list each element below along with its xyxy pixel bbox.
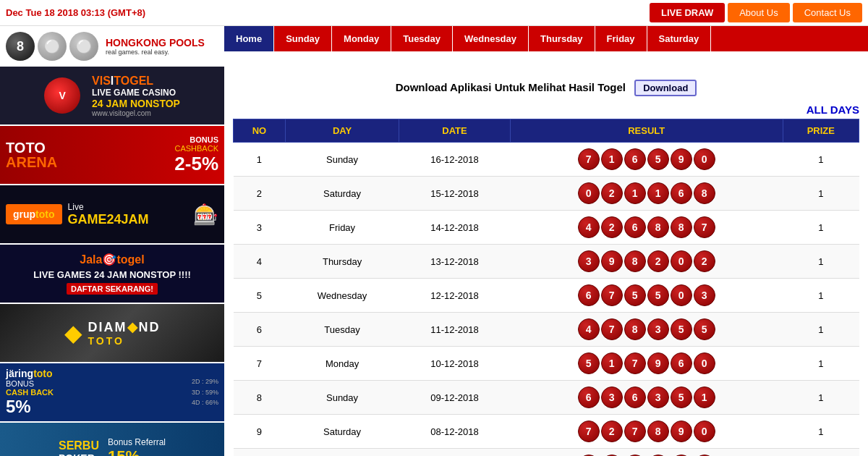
banner-totoarena[interactable]: TOTOARENA BONUS CASHBACK 2-5% <box>0 126 224 184</box>
brand-tagline: real games. real easy. <box>106 48 205 56</box>
result-ball: 8 <box>624 250 646 272</box>
totoarena-percent: 2-5% <box>174 153 218 175</box>
jaringtoto-4d: 4D : 66% <box>192 397 218 408</box>
serbupoker-type: POKER <box>59 452 99 456</box>
diamond-brand: DIAM◆ND <box>88 319 161 335</box>
gruptoto-hours: GAME24JAM <box>68 212 149 227</box>
result-ball: 4 <box>578 216 600 238</box>
cell-no: 10 <box>234 449 286 457</box>
result-ball: 2 <box>647 250 669 272</box>
tab-saturday[interactable]: Saturday <box>647 26 712 51</box>
download-button[interactable]: Download <box>634 80 697 96</box>
tab-wednesday[interactable]: Wednesday <box>453 26 529 51</box>
cell-result: 042013 <box>510 449 783 457</box>
result-ball: 6 <box>624 148 646 170</box>
cell-day: Saturday <box>285 177 399 211</box>
result-ball: 9 <box>671 148 692 170</box>
result-ball: 6 <box>624 387 646 408</box>
jaringtoto-3d: 3D : 59% <box>192 387 218 397</box>
result-ball: 0 <box>694 148 715 170</box>
result-ball: 2 <box>694 250 715 272</box>
result-ball: 1 <box>647 182 669 204</box>
visitogel-brand: VISITOGEL <box>92 75 180 88</box>
serbupoker-text: SERBU POKER <box>59 439 99 456</box>
cell-date: 12-12-2018 <box>399 279 511 313</box>
tab-monday[interactable]: Monday <box>332 26 391 51</box>
table-row: 8Sunday09-12-20186363511 <box>234 381 859 415</box>
right-section: Home Sunday Monday Tuesday Wednesday Thu… <box>224 26 868 67</box>
totoarena-brand: TOTOARENA <box>6 140 57 169</box>
cell-date: 15-12-2018 <box>399 177 511 211</box>
contact-us-button[interactable]: Contact Us <box>793 3 862 22</box>
top-buttons: LIVE DRAW About Us Contact Us <box>650 3 862 22</box>
ball-silver2: ⚪ <box>69 32 98 61</box>
cell-prize: 1 <box>783 381 859 415</box>
tab-tuesday[interactable]: Tuesday <box>391 26 453 51</box>
banner-visitogel[interactable]: V VISITOGEL LIVE GAME CASINO 24 JAM NONS… <box>0 67 224 124</box>
table-row: 7Monday10-12-20185179601 <box>234 347 859 381</box>
cell-prize: 1 <box>783 177 859 211</box>
tab-thursday[interactable]: Thursday <box>529 26 595 51</box>
table-row: 3Friday14-12-20184268871 <box>234 211 859 245</box>
col-day: DAY <box>285 119 399 143</box>
result-ball: 0 <box>694 421 715 442</box>
diamond-icon: ◆ <box>64 319 82 347</box>
cell-prize: 1 <box>783 245 859 279</box>
result-ball: 3 <box>601 387 623 408</box>
table-header: NO DAY DATE RESULT PRIZE <box>234 119 859 143</box>
cell-no: 2 <box>234 177 286 211</box>
result-ball: 2 <box>601 216 623 238</box>
result-ball: 5 <box>671 387 692 408</box>
result-ball: 6 <box>671 182 692 204</box>
visitogel-text: VISITOGEL LIVE GAME CASINO 24 JAM NONSTO… <box>92 75 180 117</box>
col-result: RESULT <box>510 119 783 143</box>
live-draw-button[interactable]: LIVE DRAW <box>650 3 725 22</box>
tab-friday[interactable]: Friday <box>595 26 647 51</box>
result-ball: 7 <box>601 284 623 306</box>
visitogel-line2: 24 JAM NONSTOP <box>92 98 180 109</box>
cell-date: 11-12-2018 <box>399 313 511 347</box>
table-row: 5Wednesday12-12-20186755031 <box>234 279 859 313</box>
table-row: 6Tuesday11-12-20184783551 <box>234 313 859 347</box>
tab-sunday[interactable]: Sunday <box>274 26 332 51</box>
result-ball: 5 <box>694 318 715 340</box>
gruptoto-text: Live GAME24JAM <box>68 202 149 227</box>
result-ball: 0 <box>578 182 600 204</box>
totoarena-cashback-label: CASHBACK <box>174 144 218 153</box>
serbupoker-bonus: Bonus Referral 15% <box>108 437 166 456</box>
banner-diamond[interactable]: ◆ DIAM◆ND TOTO <box>0 304 224 362</box>
banner-serbupoker[interactable]: SERBU POKER Bonus Referral 15% <box>0 423 224 456</box>
jalatogel-brand: Jala🎯togel <box>80 253 144 266</box>
jaringtoto-text: järingtoto BONUS CASH BACK 5% <box>6 368 54 417</box>
result-ball: 2 <box>601 421 623 442</box>
tab-home[interactable]: Home <box>224 26 274 51</box>
table-header-row: NO DAY DATE RESULT PRIZE <box>234 119 859 143</box>
banner-jalatogel[interactable]: Jala🎯togel LIVE GAMES 24 JAM NONSTOP !!!… <box>0 245 224 303</box>
sidebar: V VISITOGEL LIVE GAME CASINO 24 JAM NONS… <box>0 67 224 456</box>
banner-gruptoto[interactable]: gruptoto Live GAME24JAM 🎰 <box>0 185 224 243</box>
cell-prize: 1 <box>783 211 859 245</box>
col-date: DATE <box>399 119 511 143</box>
col-no: NO <box>234 119 286 143</box>
result-ball: 3 <box>647 318 669 340</box>
cell-date: 10-12-2018 <box>399 347 511 381</box>
jaringtoto-cashback: CASH BACK <box>6 388 54 397</box>
totoarena-text: TOTOARENA <box>6 140 57 169</box>
top-bar: Dec Tue 18 2018 03:13 (GMT+8) LIVE DRAW … <box>0 0 868 26</box>
result-ball: 1 <box>601 148 623 170</box>
cell-day: Friday <box>285 211 399 245</box>
jalatogel-cta: DAFTAR SEKARANG! <box>67 283 158 295</box>
results-table: NO DAY DATE RESULT PRIZE 1Sunday16-12-20… <box>233 119 859 456</box>
banner-jaringtoto[interactable]: järingtoto BONUS CASH BACK 5% 2D : 29% 3… <box>0 363 224 421</box>
result-ball: 8 <box>694 182 715 204</box>
result-ball: 6 <box>578 284 600 306</box>
result-ball: 9 <box>647 352 669 374</box>
cell-prize: 1 <box>783 143 859 177</box>
main-layout: V VISITOGEL LIVE GAME CASINO 24 JAM NONS… <box>0 67 868 456</box>
cell-no: 4 <box>234 245 286 279</box>
about-us-button[interactable]: About Us <box>728 3 789 22</box>
result-ball: 4 <box>578 318 600 340</box>
cell-date: 08-12-2018 <box>399 415 511 449</box>
result-ball: 2 <box>601 182 623 204</box>
totoarena-bonus-label: BONUS <box>174 135 218 144</box>
